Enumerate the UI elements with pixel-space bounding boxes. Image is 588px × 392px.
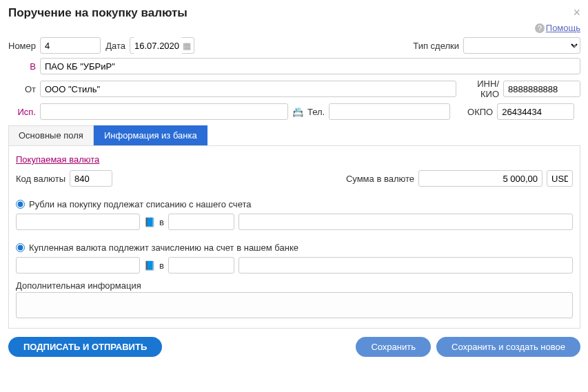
- from-label: От: [8, 84, 36, 94]
- amount-label: Сумма в валюте: [346, 174, 414, 184]
- okpo-input[interactable]: [497, 103, 574, 120]
- additional-label: Дополнительная информация: [16, 280, 573, 291]
- save-button[interactable]: Сохранить: [356, 337, 431, 357]
- rub-lookup-icon[interactable]: 📘: [144, 217, 155, 227]
- okpo-label: ОКПО: [454, 107, 493, 117]
- save-new-button[interactable]: Сохранить и создать новое: [436, 337, 580, 357]
- credit-v-label: в: [159, 260, 164, 271]
- isp-input[interactable]: [40, 103, 288, 120]
- number-label: Номер: [8, 41, 36, 51]
- code-label: Код валюты: [16, 174, 65, 184]
- tel-label: Тел.: [307, 107, 325, 117]
- rub-radio-label: Рубли на покупку подлежат списанию с наш…: [29, 199, 251, 209]
- from-input[interactable]: [40, 81, 456, 97]
- deal-type-select[interactable]: [463, 37, 580, 54]
- sign-send-button[interactable]: ПОДПИСАТЬ И ОТПРАВИТЬ: [8, 337, 162, 357]
- deal-type-label: Тип сделки: [413, 41, 459, 51]
- inn-input[interactable]: [503, 81, 580, 97]
- code-input[interactable]: [70, 170, 112, 187]
- purchase-section-title: Покупаемая валюта: [16, 154, 573, 165]
- help-icon: ?: [535, 23, 545, 33]
- tel-input[interactable]: [329, 103, 450, 120]
- rub-bank-code-input[interactable]: [168, 214, 234, 230]
- close-icon[interactable]: ×: [573, 6, 580, 20]
- amount-input[interactable]: [418, 170, 543, 187]
- credit-lookup-icon[interactable]: 📘: [144, 260, 155, 271]
- contact-icon[interactable]: 📇: [292, 107, 303, 117]
- credit-bank-code-input[interactable]: [168, 257, 234, 274]
- unit-display: [547, 170, 573, 187]
- credit-radio-label: Купленная валюта подлежит зачислению на …: [29, 243, 298, 253]
- date-field[interactable]: [133, 37, 183, 54]
- rub-radio[interactable]: [16, 200, 25, 209]
- date-input[interactable]: ▦: [130, 37, 194, 54]
- credit-bank-name-input[interactable]: [239, 257, 573, 274]
- credit-radio[interactable]: [16, 243, 25, 252]
- credit-account-input[interactable]: [16, 257, 140, 274]
- tab-main[interactable]: Основные поля: [8, 125, 94, 145]
- rub-radio-row[interactable]: Рубли на покупку подлежат списанию с наш…: [16, 199, 573, 209]
- rub-v-label: в: [159, 217, 164, 227]
- rub-bank-name-input[interactable]: [239, 214, 573, 230]
- additional-textarea[interactable]: [16, 292, 573, 318]
- date-label: Дата: [105, 41, 125, 51]
- number-input[interactable]: [40, 37, 101, 54]
- help-link[interactable]: Помощь: [546, 23, 580, 33]
- credit-radio-row[interactable]: Купленная валюта подлежит зачислению на …: [16, 243, 573, 253]
- inn-label: ИНН/КИО: [460, 79, 499, 99]
- isp-link[interactable]: Исп.: [8, 107, 36, 117]
- bank-link[interactable]: В: [8, 61, 36, 72]
- dialog-title: Поручение на покупку валюты: [8, 6, 187, 20]
- calendar-icon[interactable]: ▦: [183, 41, 191, 51]
- rub-account-input[interactable]: [16, 214, 140, 230]
- bank-input[interactable]: [40, 58, 580, 74]
- tab-bank-info[interactable]: Информация из банка: [94, 125, 207, 145]
